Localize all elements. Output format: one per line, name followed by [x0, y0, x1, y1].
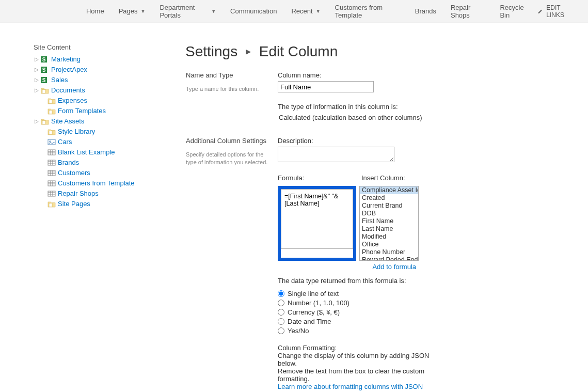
sidebar-item-sales[interactable]: ▷Sales — [21, 75, 186, 85]
sidebar-item-label[interactable]: Style Library — [58, 127, 95, 137]
additional-settings-title: Additional Column Settings — [186, 137, 272, 145]
sidebar-item-label[interactable]: Customers from Template — [58, 178, 135, 189]
column-formatting-desc2: Remove the text from the box to clear th… — [278, 367, 438, 383]
sidebar-item-customers-from-template[interactable]: Customers from Template — [21, 178, 186, 189]
nav-item-label: Repair Shops — [451, 4, 485, 19]
insert-column-option[interactable]: Reward Period End — [360, 256, 418, 261]
sidebar-item-label[interactable]: ProjectApex — [51, 65, 87, 75]
sidebar: Site Content ▷Marketing▷ProjectApex▷Sale… — [21, 43, 186, 392]
insert-column-option[interactable]: Current Brand — [360, 202, 418, 210]
additional-settings-section: Additional Column Settings Specify detai… — [186, 137, 558, 392]
breadcrumb-separator-icon: ▸ — [246, 45, 251, 57]
return-type-label: Single line of text — [288, 290, 339, 297]
expand-icon[interactable]: ▷ — [34, 54, 40, 65]
insert-column-option[interactable]: First Name — [360, 217, 418, 225]
nav-item-label: Recycle Bin — [500, 4, 530, 19]
expand-icon[interactable]: ▷ — [34, 65, 40, 75]
return-type-option[interactable]: Date and Time — [278, 318, 558, 325]
nav-item-home[interactable]: Home — [79, 7, 112, 15]
nav-item-recent[interactable]: Recent▼ — [284, 7, 327, 15]
column-type-value: Calculated (calculation based on other c… — [279, 114, 558, 121]
insert-column-option[interactable]: DOB — [360, 210, 418, 217]
insert-column-option[interactable]: Compliance Asset Id — [360, 186, 418, 194]
name-type-title: Name and Type — [186, 71, 272, 79]
sidebar-item-repair-shops[interactable]: Repair Shops — [21, 189, 186, 199]
nav-item-label: Department Portals — [160, 4, 208, 19]
return-type-option[interactable]: Currency ($, ¥, €) — [278, 308, 558, 316]
sidebar-item-style-library[interactable]: Style Library — [21, 127, 186, 137]
return-type-radio[interactable] — [278, 290, 284, 297]
nav-item-customers-from-template[interactable]: Customers from Template — [328, 4, 408, 19]
column-formatting-desc1: Change the display of this column by add… — [278, 352, 438, 367]
nav-item-pages[interactable]: Pages▼ — [112, 7, 153, 15]
logo-placeholder — [26, 4, 79, 19]
sidebar-item-label[interactable]: Marketing — [51, 54, 81, 65]
sidebar-item-blank-list-example[interactable]: Blank List Example — [21, 147, 186, 158]
return-type-group: Single line of textNumber (1, 1.0, 100)C… — [278, 290, 558, 335]
sidebar-item-customers[interactable]: Customers — [21, 168, 186, 178]
sidebar-item-form-templates[interactable]: Form Templates — [21, 106, 186, 116]
sp-icon — [41, 76, 49, 84]
return-type-radio[interactable] — [278, 309, 284, 316]
nav-item-department-portals[interactable]: Department Portals▼ — [152, 4, 223, 19]
sidebar-item-cars[interactable]: Cars — [21, 137, 186, 147]
return-type-label: Currency ($, ¥, €) — [288, 308, 340, 316]
nav-item-repair-shops[interactable]: Repair Shops — [443, 4, 492, 19]
sidebar-item-marketing[interactable]: ▷Marketing — [21, 54, 186, 65]
sidebar-item-label[interactable]: Sales — [51, 75, 68, 85]
sidebar-item-label[interactable]: Form Templates — [58, 106, 106, 116]
folder-icon — [47, 128, 56, 136]
return-type-radio[interactable] — [278, 318, 284, 325]
nav-item-communication[interactable]: Communication — [223, 7, 284, 15]
edit-links-button[interactable]: EDIT LINKS — [537, 4, 578, 19]
nav-item-label: Pages — [119, 7, 138, 15]
expand-icon[interactable]: ▷ — [34, 116, 40, 127]
sidebar-item-label[interactable]: Site Pages — [58, 199, 90, 209]
folder-icon — [47, 200, 56, 208]
breadcrumb-settings[interactable]: Settings — [185, 43, 237, 59]
column-name-input[interactable] — [278, 81, 374, 92]
insert-column-option[interactable]: Phone Number — [360, 248, 418, 256]
insert-column-listbox[interactable]: Compliance Asset IdCreatedCurrent BrandD… — [359, 186, 419, 261]
sidebar-item-expenses[interactable]: Expenses — [21, 96, 186, 106]
expand-icon[interactable]: ▷ — [34, 85, 40, 96]
sidebar-item-label[interactable]: Cars — [58, 137, 72, 147]
sidebar-item-label[interactable]: Repair Shops — [58, 189, 99, 199]
sidebar-item-brands[interactable]: Brands — [21, 158, 186, 168]
expand-icon[interactable]: ▷ — [34, 75, 40, 85]
sidebar-item-documents[interactable]: ▷Documents — [21, 85, 186, 96]
column-formatting-link[interactable]: Learn more about formatting columns with… — [278, 383, 423, 390]
description-input[interactable] — [278, 147, 394, 162]
return-type-radio[interactable] — [278, 300, 284, 306]
sidebar-item-label[interactable]: Blank List Example — [58, 147, 115, 158]
return-type-option[interactable]: Single line of text — [278, 290, 558, 297]
sidebar-item-site-assets[interactable]: ▷Site Assets — [21, 116, 186, 127]
sidebar-item-label[interactable]: Customers — [58, 168, 90, 178]
insert-column-option[interactable]: Created — [360, 194, 418, 202]
pencil-icon — [537, 8, 543, 14]
sidebar-item-label[interactable]: Expenses — [58, 96, 87, 106]
insert-column-option[interactable]: Office — [360, 241, 418, 248]
page-title: Settings ▸ Edit Column — [185, 43, 558, 60]
nav-item-label: Recent — [291, 7, 312, 15]
insert-column-option[interactable]: Last Name — [360, 225, 418, 233]
caret-down-icon: ▼ — [141, 9, 146, 14]
return-type-option[interactable]: Yes/No — [278, 327, 558, 335]
return-type-radio[interactable] — [278, 327, 284, 334]
nav-item-label: Communication — [230, 7, 277, 15]
formula-label: Formula: — [278, 174, 357, 182]
list-icon — [47, 190, 56, 198]
insert-column-option[interactable]: Modified — [360, 233, 418, 241]
sidebar-item-label[interactable]: Brands — [58, 158, 79, 168]
nav-item-label: Brands — [415, 7, 436, 15]
return-type-option[interactable]: Number (1, 1.0, 100) — [278, 299, 558, 307]
add-to-formula-link[interactable]: Add to formula — [372, 263, 416, 271]
sidebar-item-label[interactable]: Site Assets — [51, 116, 84, 127]
sidebar-item-label[interactable]: Documents — [51, 85, 85, 96]
nav-item-recycle-bin[interactable]: Recycle Bin — [492, 4, 537, 19]
nav-item-brands[interactable]: Brands — [408, 7, 443, 15]
sidebar-item-projectapex[interactable]: ▷ProjectApex — [21, 65, 186, 75]
formula-input[interactable] — [281, 189, 353, 249]
sidebar-item-site-pages[interactable]: Site Pages — [21, 199, 186, 209]
pic-icon — [47, 138, 56, 146]
